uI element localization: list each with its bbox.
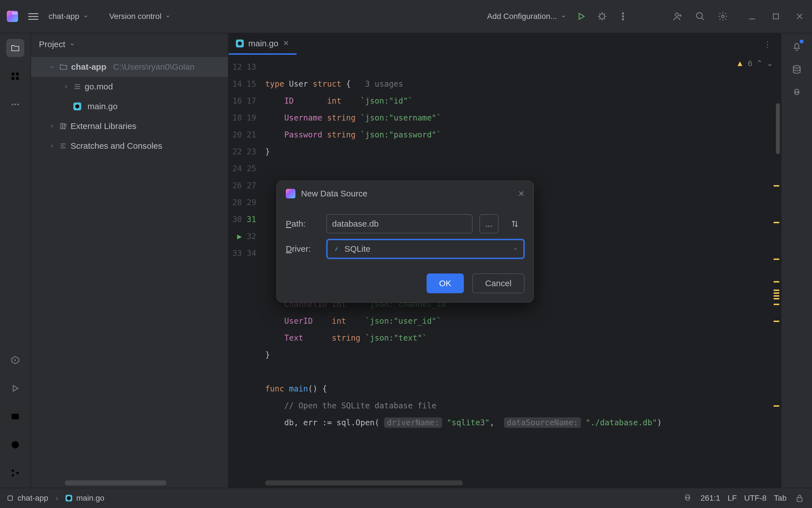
more-tool-button[interactable] [6, 95, 24, 114]
editor-tab-main-go[interactable]: main.go ✕ [229, 33, 297, 55]
crumb-file-label: main.go [76, 494, 104, 503]
inspections-widget[interactable]: ▲ 6 ⌃ ⌄ [736, 59, 773, 68]
horizontal-scrollbar[interactable] [265, 480, 463, 485]
go-file-icon [65, 495, 72, 502]
project-tree: chat-app C:\Users\ryan0\Golan go.mod mai… [31, 55, 228, 158]
close-icon[interactable]: ✕ [283, 39, 289, 48]
code-with-me-icon[interactable] [672, 11, 683, 22]
cancel-button[interactable]: Cancel [472, 273, 525, 293]
param-hint: driverName: [384, 417, 442, 428]
tree-root[interactable]: chat-app C:\Users\ryan0\Golan [31, 57, 228, 77]
lock-icon[interactable] [794, 493, 805, 504]
chevron-down-icon [165, 14, 170, 19]
svg-rect-27 [797, 498, 802, 502]
browse-button[interactable]: ... [479, 214, 499, 234]
svg-point-4 [675, 13, 679, 16]
ok-button[interactable]: OK [426, 273, 463, 293]
chevron-right-icon[interactable] [48, 123, 56, 129]
svg-point-18 [11, 469, 14, 472]
project-panel-title: Project [39, 40, 65, 49]
driver-label: Driver: [286, 244, 320, 254]
new-data-source-dialog: New Data Source ✕ Path: ... Driver: SQLi… [276, 181, 534, 302]
chevron-right-icon[interactable] [48, 143, 56, 149]
svg-point-17 [11, 441, 19, 449]
svg-point-21 [794, 66, 800, 68]
app-icon [7, 11, 18, 22]
tree-root-name: chat-app [71, 62, 106, 72]
window-maximize-icon[interactable] [770, 11, 781, 22]
line-separator[interactable]: LF [728, 494, 737, 503]
gutter-markers [774, 72, 781, 488]
tree-item-label: Scratches and Consoles [71, 141, 162, 151]
run-config-dropdown[interactable]: Add Configuration... [487, 12, 566, 21]
copilot-icon[interactable] [791, 87, 802, 98]
more-icon[interactable] [617, 11, 629, 22]
code-comment: // Open the SQLite database file [284, 401, 436, 410]
tree-external-libraries[interactable]: External Libraries [31, 116, 228, 136]
project-name: chat-app [49, 12, 79, 21]
window-close-icon[interactable] [794, 11, 805, 22]
app-icon [286, 189, 296, 199]
tree-item-go-mod[interactable]: go.mod [31, 77, 228, 96]
more-icon[interactable]: ⋮ [763, 40, 772, 49]
version-control-label: Version control [109, 12, 162, 21]
git-tool-button[interactable] [6, 464, 24, 482]
project-panel: Project chat-app C:\Users\ryan0\Golan go… [31, 33, 229, 488]
svg-rect-10 [11, 77, 14, 80]
svg-point-3 [622, 18, 624, 20]
module-icon [73, 83, 81, 91]
services-tool-button[interactable] [6, 351, 24, 369]
tree-scratches[interactable]: Scratches and Consoles [31, 136, 228, 156]
svg-point-1 [622, 13, 624, 14]
path-input[interactable] [326, 214, 472, 234]
svg-point-13 [14, 103, 16, 105]
file-encoding[interactable]: UTF-8 [744, 494, 767, 503]
chevron-down-icon[interactable] [48, 64, 56, 70]
run-config-label: Add Configuration... [487, 12, 557, 21]
chevron-right-icon[interactable] [62, 84, 70, 89]
close-icon[interactable]: ✕ [518, 189, 525, 199]
indent-setting[interactable]: Tab [774, 494, 786, 503]
version-control-dropdown[interactable]: Version control [109, 12, 170, 21]
copilot-status-icon[interactable] [682, 493, 693, 504]
driver-combo[interactable]: SQLite [326, 239, 525, 259]
top-navbar: chat-app Version control Add Configurati… [0, 0, 812, 33]
problems-tool-button[interactable] [6, 436, 24, 454]
svg-point-25 [686, 497, 687, 498]
chevron-down-icon [83, 14, 88, 19]
string-literal: "sqlite3" [447, 418, 490, 427]
usages-hint: 3 usages [365, 79, 403, 89]
editor-tabs: main.go ✕ ⋮ [229, 33, 781, 55]
run-tool-button[interactable] [6, 379, 24, 397]
next-highlight-icon[interactable]: ⌄ [767, 59, 773, 68]
svg-rect-11 [16, 77, 19, 80]
folder-icon [59, 62, 68, 71]
search-icon[interactable] [694, 11, 706, 22]
breadcrumb-file[interactable]: main.go [65, 494, 104, 503]
sort-toggle-button[interactable] [505, 214, 525, 234]
caret-position[interactable]: 261:1 [701, 494, 720, 503]
terminal-tool-button[interactable] [6, 408, 24, 426]
svg-point-23 [797, 92, 798, 93]
horizontal-scrollbar[interactable] [65, 480, 167, 485]
run-icon[interactable] [576, 11, 587, 22]
hamburger-menu[interactable] [28, 11, 39, 22]
dialog-title-label: New Data Source [301, 189, 367, 199]
chevron-down-icon [561, 14, 566, 19]
breadcrumb[interactable]: chat-app [7, 494, 48, 503]
project-panel-header[interactable]: Project [31, 33, 228, 55]
tree-item-label: go.mod [85, 82, 113, 91]
gear-icon[interactable] [717, 11, 728, 22]
project-tool-button[interactable] [6, 39, 24, 57]
project-dropdown[interactable]: chat-app [49, 12, 88, 21]
tree-item-label: External Libraries [71, 121, 136, 131]
structure-tool-button[interactable] [6, 67, 24, 85]
database-tool-icon[interactable] [791, 64, 802, 75]
editor-tab-label: main.go [248, 39, 278, 48]
prev-highlight-icon[interactable]: ⌃ [756, 59, 763, 68]
notifications-icon[interactable] [791, 41, 802, 52]
crumb-root: chat-app [17, 494, 48, 503]
tree-item-main-go[interactable]: main.go [31, 96, 228, 116]
debug-icon[interactable] [596, 11, 608, 22]
window-minimize-icon[interactable] [747, 11, 758, 22]
